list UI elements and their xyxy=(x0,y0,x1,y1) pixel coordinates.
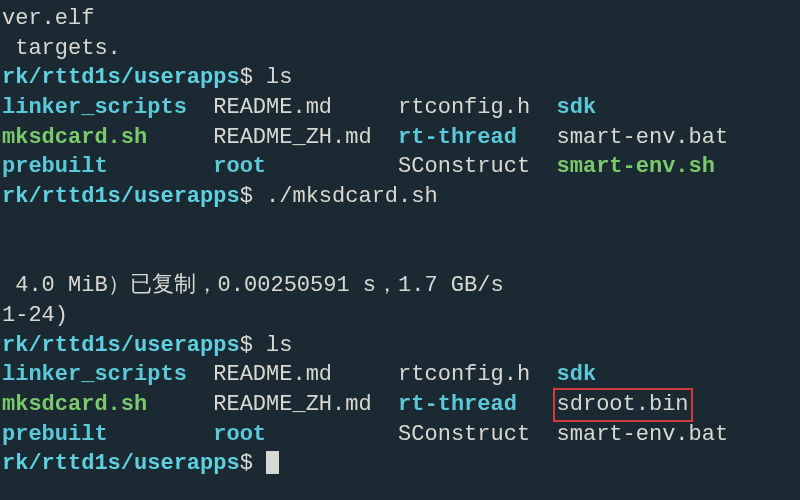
dir-entry: sdk xyxy=(557,362,597,387)
ls-row: prebuilt root SConstruct smart-env.sh xyxy=(2,152,798,182)
prompt-sigil: $ xyxy=(240,333,253,358)
file-entry: README.md xyxy=(213,95,332,120)
prompt-line: rk/rttd1s/userapps$ ls xyxy=(2,63,798,93)
blank-line xyxy=(2,212,798,242)
prompt-path: rk/rttd1s/userapps xyxy=(2,333,240,358)
dir-entry: prebuilt xyxy=(2,422,108,447)
command: ls xyxy=(253,65,293,90)
prompt-line[interactable]: rk/rttd1s/userapps$ xyxy=(2,449,798,479)
dir-entry: rt-thread xyxy=(398,392,517,417)
dir-entry: root xyxy=(213,422,266,447)
dir-entry: sdk xyxy=(557,95,597,120)
file-entry: rtconfig.h xyxy=(398,95,530,120)
cursor xyxy=(266,451,279,474)
ls-row: mksdcard.sh README_ZH.md rt-thread smart… xyxy=(2,123,798,153)
dir-entry: prebuilt xyxy=(2,154,108,179)
file-entry: sdroot.bin xyxy=(557,392,689,417)
prompt-sigil: $ xyxy=(240,65,253,90)
output-line: 1-24) xyxy=(2,301,798,331)
prompt-path: rk/rttd1s/userapps xyxy=(2,184,240,209)
terminal-output: ver.elf targets. rk/rttd1s/userapps$ ls … xyxy=(2,4,798,479)
file-entry: SConstruct xyxy=(398,422,530,447)
prompt-line: rk/rttd1s/userapps$ ls xyxy=(2,331,798,361)
ls-row: prebuilt root SConstruct smart-env.bat xyxy=(2,420,798,450)
prompt-sigil: $ xyxy=(240,184,253,209)
file-entry: SConstruct xyxy=(398,154,530,179)
dir-entry: root xyxy=(213,154,266,179)
output-line: 4.0 MiB）已复制，0.00250591 s，1.7 GB/s xyxy=(2,271,798,301)
highlighted-file: sdroot.bin xyxy=(553,388,693,422)
ls-row: linker_scripts README.md rtconfig.h sdk xyxy=(2,93,798,123)
dir-entry: linker_scripts xyxy=(2,362,187,387)
output-line: ver.elf xyxy=(2,4,798,34)
prompt-path: rk/rttd1s/userapps xyxy=(2,451,240,476)
file-entry: smart-env.bat xyxy=(557,422,729,447)
exec-entry: smart-env.sh xyxy=(557,154,715,179)
file-entry: rtconfig.h xyxy=(398,362,530,387)
exec-entry: mksdcard.sh xyxy=(2,392,147,417)
file-entry: README_ZH.md xyxy=(213,125,371,150)
command: ls xyxy=(253,333,293,358)
file-entry: README.md xyxy=(213,362,332,387)
exec-entry: mksdcard.sh xyxy=(2,125,147,150)
file-entry: README_ZH.md xyxy=(213,392,371,417)
prompt-sigil: $ xyxy=(240,451,253,476)
dir-entry: linker_scripts xyxy=(2,95,187,120)
prompt-path: rk/rttd1s/userapps xyxy=(2,65,240,90)
dir-entry: rt-thread xyxy=(398,125,517,150)
ls-row: linker_scripts README.md rtconfig.h sdk xyxy=(2,360,798,390)
ls-row: mksdcard.sh README_ZH.md rt-thread sdroo… xyxy=(2,390,798,420)
prompt-line: rk/rttd1s/userapps$ ./mksdcard.sh xyxy=(2,182,798,212)
blank-line xyxy=(2,242,798,272)
command: ./mksdcard.sh xyxy=(253,184,438,209)
output-line: targets. xyxy=(2,34,798,64)
file-entry: smart-env.bat xyxy=(557,125,729,150)
